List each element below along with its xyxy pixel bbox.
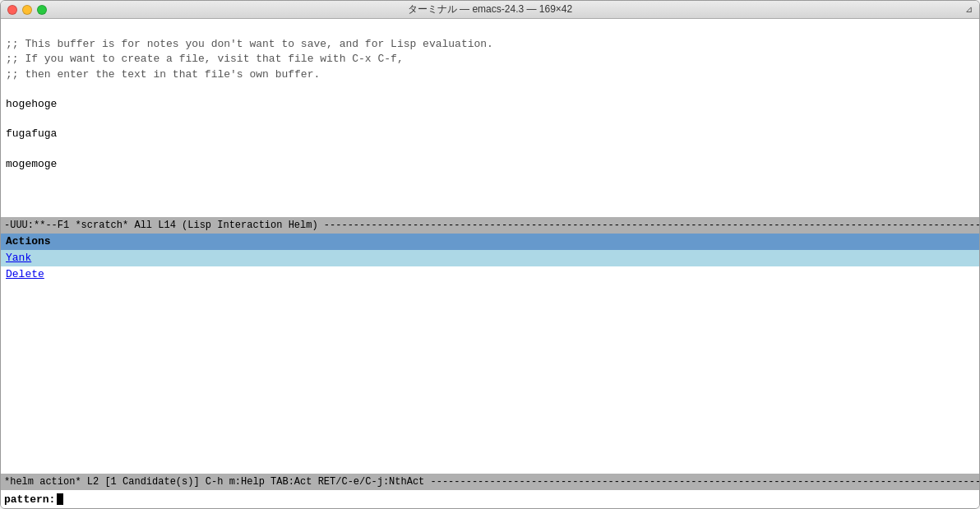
helm-action-delete[interactable]: Delete [1, 266, 979, 283]
blank-line-2 [6, 113, 12, 125]
helm-status-bar: *helm action* L2 [1 Candidate(s)] C-h m:… [1, 474, 979, 490]
comment-line-1: ;; This buffer is for notes you don't wa… [6, 38, 493, 50]
helm-action-yank[interactable]: Yank [1, 250, 979, 266]
titlebar: ターミナル — emacs-24.3 — 169×42 ⊿ [1, 1, 979, 19]
window-title: ターミナル — emacs-24.3 — 169×42 [408, 2, 572, 16]
window-controls [7, 5, 47, 15]
text-mogemoge: mogemoge [6, 158, 57, 170]
blank-line-3 [6, 143, 12, 155]
terminal-window: ターミナル — emacs-24.3 — 169×42 ⊿ ;; This bu… [0, 0, 980, 509]
helm-yank-label: Yank [6, 252, 31, 264]
editor-area[interactable]: ;; This buffer is for notes you don't wa… [1, 19, 979, 217]
helm-pattern-label: pattern: [4, 493, 55, 506]
helm-actions-label: Actions [6, 235, 51, 248]
minimize-button[interactable] [22, 5, 32, 15]
main-status-bar: -UUU:**--F1 *scratch* All L14 (Lisp Inte… [1, 217, 979, 234]
text-hogehoge: hogehoge [6, 98, 57, 110]
helm-status-text: *helm action* L2 [1 Candidate(s)] C-h m:… [4, 476, 979, 488]
editor-content: ;; This buffer is for notes you don't wa… [6, 22, 974, 187]
comment-line-3: ;; then enter the text in that file's ow… [6, 68, 320, 81]
helm-empty-area [1, 283, 979, 474]
resize-icon: ⊿ [965, 4, 973, 15]
main-status-text: -UUU:**--F1 *scratch* All L14 (Lisp Inte… [4, 220, 979, 231]
close-button[interactable] [7, 5, 17, 15]
comment-line-2: ;; If you want to create a file, visit t… [6, 53, 404, 65]
helm-pattern-line[interactable]: pattern: [1, 490, 979, 508]
helm-actions-header: Actions [1, 234, 979, 250]
text-fugafuga: fugafuga [6, 127, 57, 140]
helm-cursor [57, 493, 63, 505]
helm-delete-label: Delete [6, 268, 44, 280]
blank-line-1 [6, 83, 12, 95]
maximize-button[interactable] [37, 5, 47, 15]
